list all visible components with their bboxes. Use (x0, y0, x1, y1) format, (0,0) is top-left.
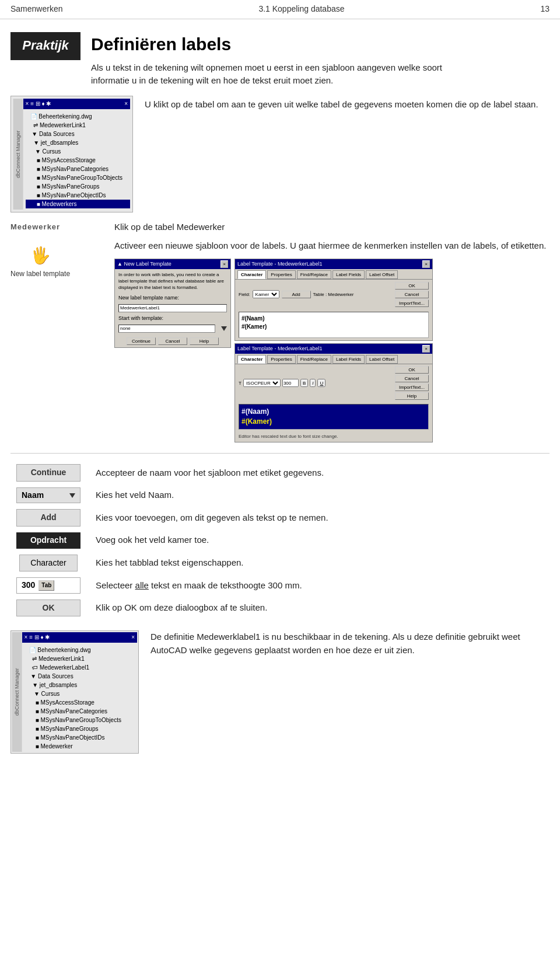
step-label-box-continue: Continue (10, 464, 86, 482)
help-button-2[interactable]: Help (395, 392, 429, 400)
field-select[interactable]: KamerIdNaam (253, 290, 279, 298)
close-icon[interactable]: × (220, 260, 228, 268)
naam-label: Naam (16, 487, 80, 504)
ok-button-2[interactable]: OK (395, 366, 429, 374)
dialog-start-row: Start with template: (118, 315, 227, 322)
medewerker-section: Medewerker 🖐 New label template Klik op … (0, 212, 560, 449)
bottom-section: dbConnect Manager × ≡ ⊞ ♦ ✱ × 📄 Beheerte… (0, 622, 560, 754)
cancel-button-2[interactable]: Cancel (395, 291, 429, 298)
side-text: U klikt op de tabel om aan te geven uit … (145, 96, 550, 111)
tab-character-2[interactable]: Character (237, 355, 266, 364)
steps-section: Continue Accepteer de naam voor het sjab… (0, 458, 560, 622)
ok-button[interactable]: OK (395, 282, 429, 290)
bottom-dialog-buttons: OK Cancel ImportText... Help (395, 366, 429, 400)
new-label-name-input[interactable] (118, 304, 227, 312)
label-300: 300 Tab (16, 577, 80, 594)
top-section: Praktijk Definiëren labels Als u tekst i… (0, 25, 560, 88)
new-label-title: ▲ New Label Template (117, 260, 172, 268)
tree-item: ■ Medewerker (24, 742, 137, 751)
step-text-naam: Kies het veld Naam. (96, 489, 550, 502)
italic-button[interactable]: I (310, 379, 316, 387)
db-connect-label-2: dbConnect Manager (12, 632, 22, 752)
bold-button[interactable]: B (300, 379, 308, 387)
dialog-name-row: New label template name: (118, 294, 227, 302)
label-field-preview-2: #(Naam) #(Kamer) (239, 404, 429, 430)
medewerker-text2: Activeer een nieuwe sjabloon voor de lab… (114, 239, 550, 253)
cancel-button-3[interactable]: Cancel (395, 375, 429, 382)
text-300: 300 (22, 580, 35, 591)
tree-item: ⇌ MedewerkerLink1 (26, 121, 130, 130)
label-field-preview: #(Naam) #(Kamer) (239, 312, 429, 338)
tab-character[interactable]: Character (237, 270, 266, 279)
step-label-box-300: 300 Tab (10, 577, 86, 594)
label-templates-stack: Label Template - MedewerkerLabel1 × Char… (235, 259, 433, 443)
tab-find-replace-2[interactable]: Find/Replace (297, 355, 331, 364)
tree-item: ■ MSysNavPaneObjectIDs (24, 733, 137, 742)
tree-panel: × ≡ ⊞ ♦ ✱ × 📄 Beheertekening.dwg ⇌ Medew… (23, 99, 130, 210)
left-labels: Medewerker 🖐 New label template (10, 221, 110, 279)
kamer-field-2: #(Kamer) (242, 417, 426, 427)
screenshot-sidebar: dbConnect Manager × ≡ ⊞ ♦ ✱ × 📄 Beheerte… (13, 99, 130, 210)
right-content: Klik op de tabel Medewerker Activeer een… (110, 221, 550, 449)
tree-item: ▼ Cursus (26, 147, 130, 156)
step-naam: Naam Kies het veld Naam. (10, 487, 550, 504)
cancel-button[interactable]: Cancel (158, 337, 187, 345)
tab-label-fields[interactable]: Label Fields (332, 270, 365, 279)
middle-section: dbConnect Manager × ≡ ⊞ ♦ ✱ × 📄 Beheerte… (0, 88, 560, 212)
character-label: Character (19, 555, 78, 572)
tab-find-replace[interactable]: Find/Replace (297, 270, 331, 279)
tree-item: 📄 Beheertekening.dwg (24, 646, 137, 654)
help-button[interactable]: Help (190, 337, 219, 345)
import-text-button[interactable]: ImportText... (395, 299, 429, 307)
close-icon-3[interactable]: × (422, 345, 430, 353)
import-text-button-2[interactable]: ImportText... (395, 384, 429, 391)
hand-icon: 🖐 (30, 244, 51, 267)
field-select-row: Field: KamerIdNaam Add Table : Medewerke… (239, 290, 354, 298)
tab-properties-2[interactable]: Properties (267, 355, 295, 364)
header-page-number: 13 (540, 4, 550, 15)
table-label: Table : Medewerker (313, 291, 354, 298)
tree-item: ▼ Data Sources (24, 672, 137, 681)
tab-properties[interactable]: Properties (267, 270, 295, 279)
underline-button[interactable]: U (317, 379, 326, 387)
opdracht-label: Opdracht (16, 532, 80, 549)
add-button[interactable]: Add (282, 291, 311, 298)
medewerker-text1: Klik op de tabel Medewerker (114, 221, 550, 234)
tree-item: 📄 Beheertekening.dwg (26, 112, 130, 121)
dialog-tabs-bottom: Character Properties Find/Replace Label … (235, 354, 432, 364)
tab-label-fields-2[interactable]: Label Fields (332, 355, 365, 364)
screenshot-title-text: × ≡ ⊞ ♦ ✱ (26, 100, 51, 108)
continue-button[interactable]: Continue (127, 337, 156, 345)
tab-label-offset[interactable]: Label Offset (366, 270, 398, 279)
tab-label-offset-2[interactable]: Label Offset (366, 355, 398, 364)
dialog-input-row (118, 304, 227, 312)
bottom-screenshot-sidebar: dbConnect Manager × ≡ ⊞ ♦ ✱ × 📄 Beheerte… (12, 632, 137, 752)
label-template-bottom-title: Label Template - MedewerkerLabel1 (237, 345, 322, 353)
praktijk-box: Praktijk (10, 32, 80, 60)
label-template-top: Label Template - MedewerkerLabel1 × Char… (235, 259, 433, 341)
tree-item: ▼ Cursus (24, 689, 137, 698)
ok-label: OK (16, 600, 80, 617)
bottom-title-icons: × ≡ ⊞ ♦ ✱ (24, 633, 50, 642)
font-size-input[interactable] (282, 379, 299, 387)
main-heading: Definiëren labels (91, 32, 464, 57)
step-text-continue: Accepteer de naam voor het sjabloon met … (96, 466, 550, 480)
dropdown-icon[interactable] (221, 326, 227, 331)
tree-item: ■ MSysNavPaneGroups (24, 724, 137, 733)
font-select[interactable]: ISOCPEUR (243, 379, 281, 387)
close-icon-2[interactable]: × (422, 260, 430, 268)
new-label-titlebar: ▲ New Label Template × (115, 259, 230, 269)
step-label-box-character: Character (10, 555, 86, 572)
dialogs-row: ▲ New Label Template × In order to work … (114, 259, 550, 443)
tree-item: 🏷 MedewerkerLabel1 (24, 663, 137, 672)
tree-item-selected: ■ Medewerkers (26, 200, 130, 208)
label-template-top-titlebar: Label Template - MedewerkerLabel1 × (235, 259, 432, 269)
tree-item: ▼ Data Sources (26, 130, 130, 138)
step-ok: OK Klik op OK om deze dialoogbox af te s… (10, 600, 550, 617)
step-label-box-ok: OK (10, 600, 86, 617)
screenshot-title-close: × (124, 100, 128, 108)
step-text-character: Kies het tabblad tekst eigenschappen. (96, 556, 550, 570)
new-label-buttons: Continue Cancel Help (118, 337, 227, 345)
naam-text: Naam (22, 490, 44, 501)
start-template-input[interactable] (118, 325, 215, 333)
